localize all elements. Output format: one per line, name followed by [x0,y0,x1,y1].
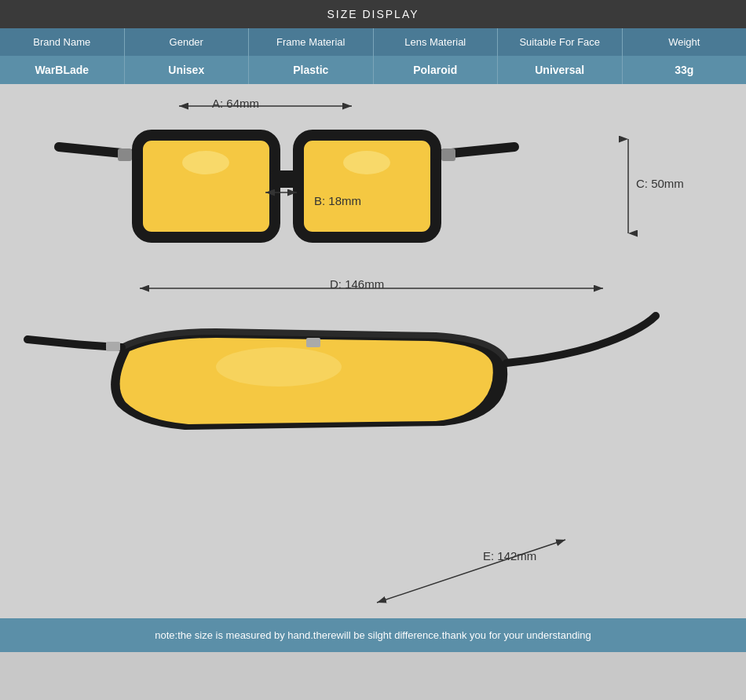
spec-col: Frame MaterialPlastic [249,28,374,84]
svg-rect-8 [441,148,455,161]
footer-text: note:the size is measured by hand.therew… [155,629,591,641]
specs-table: Brand NameWarBLadeGenderUnisexFrame Mate… [0,28,746,84]
measurement-b: B: 18mm [314,194,361,207]
svg-rect-4 [137,135,275,237]
measurement-a: A: 64mm [212,97,259,110]
spec-col: Suitable For FaceUniversal [498,28,623,84]
svg-point-17 [216,347,342,387]
svg-point-9 [182,151,229,174]
svg-rect-5 [298,135,436,237]
svg-line-18 [377,540,565,603]
svg-rect-6 [271,170,302,188]
spec-col: Weight33g [623,28,747,84]
header-title: SIZE DISPLAY [327,8,419,20]
spec-label: Suitable For Face [498,28,622,56]
page-header: SIZE DISPLAY [0,0,746,28]
spec-value: WarBLade [0,56,124,84]
spec-label: Weight [623,28,747,56]
spec-value: Polaroid [374,56,498,84]
spec-value: 33g [623,56,747,84]
svg-point-10 [343,151,390,174]
spec-col: Brand NameWarBLade [0,28,125,84]
svg-rect-16 [306,338,320,347]
spec-label: Lens Material [374,28,498,56]
diagram-area: A: 64mm B: 18mm C: 50mm D: 146mm E: 142m… [0,84,746,618]
spec-value: Unisex [125,56,249,84]
measurement-c: C: 50mm [636,177,684,190]
measurement-d: D: 146mm [330,277,384,291]
spec-label: Brand Name [0,28,124,56]
spec-label: Gender [125,28,249,56]
spec-value: Plastic [249,56,373,84]
spec-value: Universal [498,56,622,84]
svg-rect-15 [106,342,120,351]
footer-note: note:the size is measured by hand.therew… [0,618,746,652]
spec-label: Frame Material [249,28,373,56]
svg-rect-7 [118,148,132,161]
spec-col: Lens MaterialPolaroid [374,28,499,84]
spec-col: GenderUnisex [125,28,250,84]
measurement-e: E: 142mm [483,549,536,563]
